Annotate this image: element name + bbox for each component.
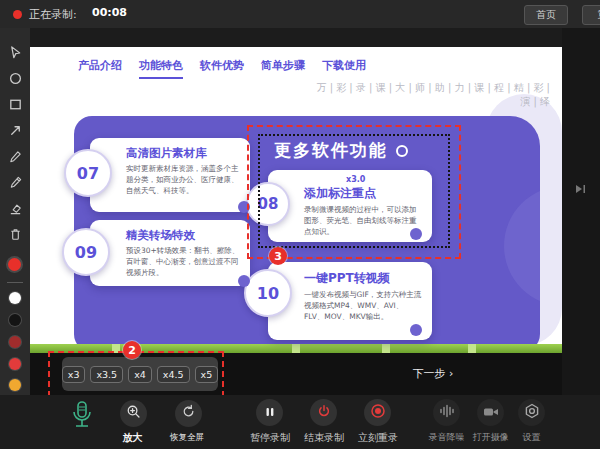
tab-download[interactable]: 下载使用: [322, 58, 366, 79]
rectangle-icon: [8, 97, 23, 112]
color-swatch-red[interactable]: [9, 358, 21, 370]
camera-button[interactable]: [477, 399, 504, 426]
feature-card-10: 一键PPT转视频 一键发布视频与GIF，支持六种主流视频格式MP4、WMV、AV…: [268, 262, 432, 340]
card-10-title: 一键PPT转视频: [304, 270, 422, 287]
zoom-in-label: 放大: [109, 431, 156, 445]
card-10-corner-dot: [410, 324, 422, 336]
tab-steps[interactable]: 简单步骤: [261, 58, 305, 79]
card-07-desc: 实时更新素材库资源，涵盖多个主题分类，如商业办公、医疗健康、自然天气、科技等。: [126, 164, 240, 197]
pen-icon: [8, 175, 23, 190]
tab-advantages[interactable]: 软件优势: [200, 58, 244, 79]
card-09-corner-dot: [238, 275, 250, 287]
card-07-title: 高清图片素材库: [126, 146, 240, 161]
feature-card-09: 精美转场特效 预设30+转场效果：翻书、擦除、百叶窗、中心渐变，创意过渡不同视频…: [90, 220, 250, 286]
ellipse-icon: [8, 71, 23, 86]
stop-recording-button[interactable]: [310, 399, 337, 426]
arrow-tool-button[interactable]: [7, 122, 23, 138]
eraser-icon: [8, 201, 23, 216]
card-09-desc: 预设30+转场效果：翻书、擦除、百叶窗、中心渐变，创意过渡不同视频片段。: [126, 246, 240, 279]
current-color-indicator[interactable]: [8, 258, 21, 271]
side-panel-strip: [562, 28, 600, 395]
magnifier-plus-icon: [126, 404, 141, 423]
pen-tool-button[interactable]: [7, 174, 23, 190]
pencil-tool-button[interactable]: [7, 148, 23, 164]
record-icon: [370, 403, 386, 423]
audio-wave-icon: [439, 403, 455, 422]
toolbar-divider: [7, 282, 23, 283]
pause-recording-label: 暂停录制: [242, 431, 298, 445]
stop-recording-label: 结束录制: [296, 431, 352, 445]
rectangle-tool-button[interactable]: [7, 96, 23, 112]
gear-icon: [524, 403, 540, 423]
callout-3: 3: [269, 247, 287, 265]
arrow-icon: [8, 123, 23, 138]
eraser-tool-button[interactable]: [7, 200, 23, 216]
restore-fullscreen-label: 恢复全屏: [160, 432, 214, 444]
denoise-button[interactable]: [433, 399, 460, 426]
recorder-top-bar: 正在录制: 00:08 首页 重: [0, 0, 600, 28]
color-swatch-black[interactable]: [9, 314, 21, 326]
rerecord-button[interactable]: [364, 399, 391, 426]
recording-status-label: 正在录制:: [29, 7, 77, 22]
tab-features-active[interactable]: 功能特色: [139, 58, 183, 79]
recording-indicator-dot: [13, 10, 22, 19]
next-step-button[interactable]: 下一步 ›: [398, 364, 468, 382]
ellipse-tool-button[interactable]: [7, 70, 23, 86]
pause-recording-button[interactable]: [256, 399, 283, 426]
annotation-toolbar: •••: [0, 28, 30, 395]
color-swatch-white[interactable]: [9, 292, 21, 304]
color-swatch-darkred[interactable]: [9, 336, 21, 348]
pencil-icon: [8, 149, 23, 164]
restore-fullscreen-button[interactable]: [175, 400, 202, 427]
card-09-number: 09: [62, 228, 110, 276]
trash-icon: [8, 227, 23, 242]
tab-product-intro[interactable]: 产品介绍: [78, 58, 122, 79]
green-strip-mark: [382, 344, 390, 353]
cursor-icon: [8, 45, 23, 60]
restore-icon: [181, 404, 196, 423]
microphone-indicator[interactable]: [68, 400, 96, 442]
brand-watermark: 万 | 彩 | 录 | 课 | 大 | 师 | 助 | 力 | 课 | 程 | …: [310, 81, 550, 109]
trash-tool-button[interactable]: [7, 226, 23, 242]
power-icon: [317, 403, 331, 422]
rerecord-label: 立刻重录: [350, 431, 406, 445]
panel-decor-circle: [504, 186, 540, 306]
green-strip-mark: [468, 344, 476, 353]
zoom-in-button[interactable]: [120, 400, 147, 427]
card-07-number: 07: [64, 149, 112, 197]
home-button[interactable]: 首页: [524, 5, 568, 25]
green-strip-mark: [292, 344, 300, 353]
red-dashed-box-3: [247, 125, 461, 259]
callout-2: 2: [123, 341, 141, 359]
cursor-tool-button[interactable]: [7, 44, 23, 60]
side-panel-handle[interactable]: [574, 180, 587, 199]
partial-button[interactable]: 重: [582, 5, 600, 25]
settings-button[interactable]: [518, 399, 545, 426]
page-nav-tabs: 产品介绍 功能特色 软件优势 简单步骤 下载使用: [78, 58, 366, 79]
pause-icon: [264, 403, 276, 422]
expand-panel-icon: [574, 180, 587, 199]
card-09-title: 精美转场特效: [126, 228, 240, 243]
microphone-icon: [68, 423, 96, 442]
camera-icon: [483, 403, 499, 422]
feature-card-07: 高清图片素材库 实时更新素材库资源，涵盖多个主题分类，如商业办公、医疗健康、自然…: [90, 138, 250, 212]
recording-timer: 00:08: [92, 6, 127, 19]
settings-label: 设置: [510, 431, 553, 444]
card-10-desc: 一键发布视频与GIF，支持六种主流视频格式MP4、WMV、AVI、FLV、MOV…: [304, 290, 422, 323]
color-swatch-orange[interactable]: [9, 379, 21, 391]
card-10-number: 10: [244, 269, 292, 317]
